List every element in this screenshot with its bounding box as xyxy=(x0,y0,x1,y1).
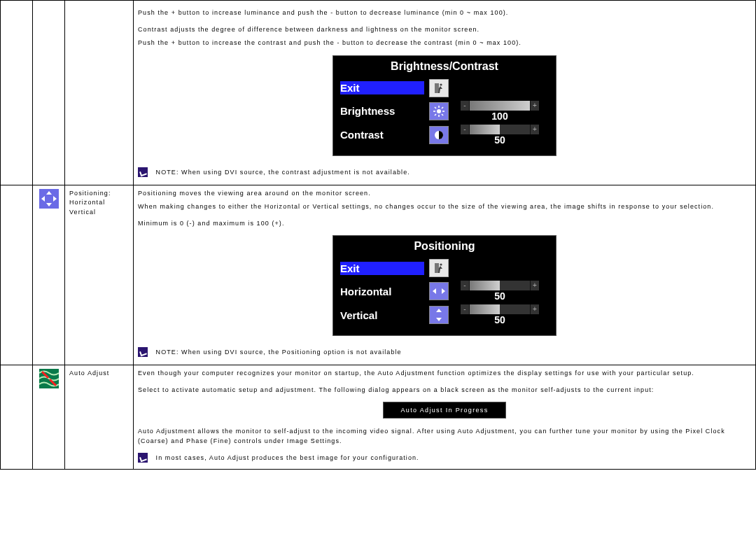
body-text: When making changes to either the Horizo… xyxy=(138,202,751,212)
note-text: In most cases, Auto Adjust produces the … xyxy=(156,454,419,461)
table-row: Positioning: Horizontal Vertical Positio… xyxy=(1,185,756,365)
slider: -+ 50 xyxy=(461,304,539,325)
osd-exit-row: Exit xyxy=(335,257,554,279)
osd-exit-label: Exit xyxy=(340,262,424,275)
row-subtitle-h: Horizontal xyxy=(69,198,129,208)
note-icon xyxy=(138,453,148,463)
slider-value: 50 xyxy=(494,314,505,325)
osd-row-vertical: Vertical -+ 50 xyxy=(335,303,554,334)
osd-row-brightness: Brightness -+ 100 xyxy=(335,99,554,123)
row-label: Horizontal xyxy=(340,286,424,297)
note-text: NOTE: When using DVI source, the contras… xyxy=(156,169,410,176)
svg-point-18 xyxy=(440,263,442,265)
slider: -+ 100 xyxy=(461,101,539,122)
body-text: Select to activate automatic setup and a… xyxy=(138,386,751,395)
note-icon xyxy=(138,167,148,177)
auto-adjust-dialog: Auto Adjust In Progress xyxy=(383,402,505,419)
note-icon xyxy=(138,347,148,357)
svg-line-8 xyxy=(442,114,443,115)
cell-label: Auto Adjust xyxy=(65,365,134,470)
body-text: Auto Adjustment allows the monitor to se… xyxy=(138,427,751,446)
dialog-wrap: Auto Adjust In Progress xyxy=(138,402,751,419)
auto-adjust-icon xyxy=(39,369,59,388)
cell-icon-b xyxy=(33,185,65,365)
positioning-icon xyxy=(39,189,59,209)
row-label: Contrast xyxy=(340,129,424,141)
svg-line-9 xyxy=(442,107,443,108)
svg-point-2 xyxy=(437,109,441,113)
row-title: Positioning: xyxy=(69,189,129,199)
row-label: Brightness xyxy=(340,105,424,117)
note-row: NOTE: When using DVI source, the Positio… xyxy=(138,347,751,357)
note-row: NOTE: When using DVI source, the contras… xyxy=(138,167,751,177)
svg-line-10 xyxy=(435,114,436,115)
body-text: Positioning moves the viewing area aroun… xyxy=(138,189,751,199)
cell-content-brightness: Push the + button to increase luminance … xyxy=(134,1,756,185)
osd-title: Positioning xyxy=(335,237,554,257)
cell-content-autoadjust: Even though your computer recognizes you… xyxy=(134,365,756,470)
svg-marker-19 xyxy=(433,288,436,294)
cell-icon-b xyxy=(33,365,65,470)
cell-icon-a xyxy=(1,185,33,365)
slider-value: 100 xyxy=(491,111,507,122)
svg-rect-17 xyxy=(435,263,439,273)
body-text: Push the + button to increase luminance … xyxy=(138,8,751,18)
slider: -+ 50 xyxy=(461,125,539,146)
exit-icon xyxy=(427,258,451,278)
cell-content-positioning: Positioning moves the viewing area aroun… xyxy=(134,185,756,365)
row-label: Vertical xyxy=(340,309,424,321)
exit-icon xyxy=(427,78,451,98)
vertical-icon xyxy=(427,305,451,325)
osd-row-contrast: Contrast -+ 50 xyxy=(335,123,554,154)
svg-rect-0 xyxy=(435,83,439,93)
slider-value: 50 xyxy=(494,290,505,302)
manual-table: Push the + button to increase luminance … xyxy=(0,0,756,470)
osd-screenshot: Brightness/Contrast Exit Brightness xyxy=(138,55,751,156)
svg-marker-22 xyxy=(436,318,442,321)
cell-icon-b xyxy=(33,1,65,185)
cell-label: Positioning: Horizontal Vertical xyxy=(65,185,134,365)
row-subtitle-v: Vertical xyxy=(69,208,129,218)
svg-marker-20 xyxy=(442,288,445,294)
cell-icon-a xyxy=(1,1,33,185)
note-row: In most cases, Auto Adjust produces the … xyxy=(138,453,751,463)
svg-marker-21 xyxy=(436,309,442,312)
svg-line-7 xyxy=(435,107,436,108)
horizontal-icon xyxy=(427,281,451,301)
osd-exit-label: Exit xyxy=(340,81,424,94)
svg-point-1 xyxy=(440,83,442,85)
slider-value: 50 xyxy=(494,134,505,146)
slider: -+ 50 xyxy=(461,281,539,302)
body-text: Push the + button to increase the contra… xyxy=(138,38,751,48)
body-text: Minimum is 0 (-) and maximum is 100 (+). xyxy=(138,219,751,229)
table-row: Auto Adjust Even though your computer re… xyxy=(1,365,756,470)
note-text: NOTE: When using DVI source, the Positio… xyxy=(156,349,402,356)
body-text: Contrast adjusts the degree of differenc… xyxy=(138,25,751,35)
cell-label xyxy=(65,1,134,185)
table-row: Push the + button to increase luminance … xyxy=(1,1,756,185)
osd-exit-row: Exit xyxy=(335,77,554,99)
page: Push the + button to increase luminance … xyxy=(0,0,756,534)
row-title: Auto Adjust xyxy=(69,369,129,379)
osd-screenshot: Positioning Exit Horizontal xyxy=(138,235,751,336)
brightness-icon xyxy=(427,101,451,121)
contrast-icon xyxy=(427,125,451,145)
osd-row-horizontal: Horizontal -+ 50 xyxy=(335,279,554,303)
osd-title: Brightness/Contrast xyxy=(335,57,554,77)
cell-icon-a xyxy=(1,365,33,470)
body-text: Even though your computer recognizes you… xyxy=(138,369,751,379)
